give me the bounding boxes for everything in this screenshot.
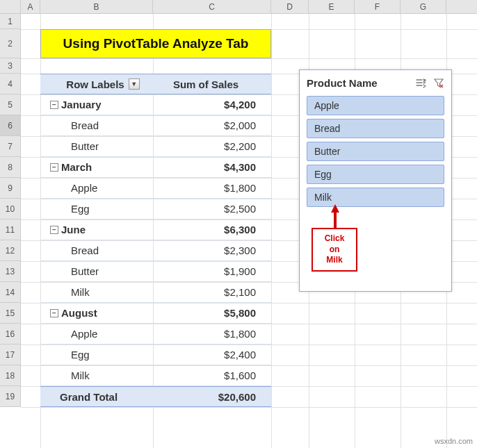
row-header-19[interactable]: 19 xyxy=(0,386,21,407)
row-labels-filter-dropdown[interactable]: ▼ xyxy=(129,78,140,90)
group-total: $4,200 xyxy=(152,99,270,110)
row-header-8[interactable]: 8 xyxy=(0,157,21,178)
row-header-11[interactable]: 11 xyxy=(0,219,21,240)
select-all-corner[interactable] xyxy=(0,0,21,13)
item-value: $2,000 xyxy=(152,119,270,131)
row-header-1[interactable]: 1 xyxy=(0,14,21,29)
pivot-table[interactable]: Row Labels ▼ Sum of Sales −January $4,20… xyxy=(40,74,271,407)
group-label: August xyxy=(61,307,97,319)
item-value: $2,100 xyxy=(152,286,270,298)
watermark: wsxdn.com xyxy=(435,437,473,445)
item-value: $2,300 xyxy=(152,244,270,256)
pivot-row-labels-header: Row Labels xyxy=(66,78,124,90)
slicer-item-apple[interactable]: Apple xyxy=(307,96,444,115)
row-header-16[interactable]: 16 xyxy=(0,324,21,345)
slicer-title: Product Name xyxy=(307,77,378,89)
group-label: January xyxy=(61,99,102,110)
col-header-c[interactable]: C xyxy=(153,0,271,13)
pivot-item[interactable]: Apple $1,800 xyxy=(40,324,271,345)
row-header-9[interactable]: 9 xyxy=(0,178,21,199)
item-label: Milk xyxy=(40,286,152,298)
spreadsheet-grid: A B C D E F G 1 2 3 4 5 6 7 8 9 10 11 12… xyxy=(0,0,477,448)
title-cell[interactable]: Using PivotTable Analyze Tab xyxy=(40,29,271,58)
clear-filter-icon[interactable] xyxy=(433,78,444,89)
pivot-item[interactable]: Egg $2,400 xyxy=(40,345,271,365)
pivot-item[interactable]: Bread $2,300 xyxy=(40,240,271,261)
item-value: $1,600 xyxy=(152,370,270,381)
item-label: Bread xyxy=(40,119,152,131)
item-label: Egg xyxy=(40,203,152,215)
pivot-item[interactable]: Bread $2,000 xyxy=(40,115,271,136)
group-label: June xyxy=(61,224,86,235)
row-header-5[interactable]: 5 xyxy=(0,94,21,115)
collapse-icon[interactable]: − xyxy=(50,163,58,172)
pivot-item[interactable]: Butter $2,200 xyxy=(40,136,271,157)
row-header-18[interactable]: 18 xyxy=(0,365,21,386)
grand-total-label: Grand Total xyxy=(40,391,152,403)
pivot-item[interactable]: Butter $1,900 xyxy=(40,261,271,282)
item-value: $2,200 xyxy=(152,140,270,152)
item-label: Apple xyxy=(40,182,152,194)
item-value: $2,400 xyxy=(152,349,270,360)
row-header-6[interactable]: 6 xyxy=(0,115,21,136)
row-header-4[interactable]: 4 xyxy=(0,74,21,94)
slicer-item-egg[interactable]: Egg xyxy=(307,165,444,184)
item-value: $2,500 xyxy=(152,203,270,215)
group-label: March xyxy=(61,161,92,173)
arrow-icon xyxy=(328,204,342,228)
group-total: $5,800 xyxy=(152,307,270,319)
collapse-icon[interactable]: − xyxy=(50,309,58,317)
row-headers: 1 2 3 4 5 6 7 8 9 10 11 12 13 14 15 16 1… xyxy=(0,14,21,407)
pivot-item[interactable]: Egg $2,500 xyxy=(40,199,271,219)
collapse-icon[interactable]: − xyxy=(50,226,58,234)
pivot-item[interactable]: Milk $1,600 xyxy=(40,365,271,386)
callout-line1: Click on xyxy=(318,233,350,255)
col-header-g[interactable]: G xyxy=(401,0,446,13)
item-value: $1,800 xyxy=(152,182,270,194)
callout-line2: Milk xyxy=(318,255,350,266)
callout-box: Click on Milk xyxy=(312,228,357,272)
pivot-group-august[interactable]: −August $5,800 xyxy=(40,303,271,324)
row-header-13[interactable]: 13 xyxy=(0,261,21,282)
slicer-item-butter[interactable]: Butter xyxy=(307,142,444,161)
item-label: Apple xyxy=(40,328,152,340)
item-label: Butter xyxy=(40,140,152,152)
col-header-b[interactable]: B xyxy=(40,0,153,13)
item-value: $1,800 xyxy=(152,328,270,340)
item-label: Milk xyxy=(40,370,152,381)
row-header-14[interactable]: 14 xyxy=(0,282,21,303)
row-header-17[interactable]: 17 xyxy=(0,345,21,365)
pivot-item[interactable]: Apple $1,800 xyxy=(40,178,271,199)
row-header-12[interactable]: 12 xyxy=(0,240,21,261)
col-header-d[interactable]: D xyxy=(271,0,309,13)
group-total: $6,300 xyxy=(152,224,270,235)
col-header-f[interactable]: F xyxy=(355,0,401,13)
row-header-15[interactable]: 15 xyxy=(0,303,21,324)
item-label: Butter xyxy=(40,265,152,277)
group-total: $4,300 xyxy=(152,161,270,173)
row-header-2[interactable]: 2 xyxy=(0,29,21,58)
column-headers: A B C D E F G xyxy=(0,0,477,14)
pivot-group-january[interactable]: −January $4,200 xyxy=(40,94,271,115)
item-value: $1,900 xyxy=(152,265,270,277)
row-header-3[interactable]: 3 xyxy=(0,58,21,74)
slicer-item-bread[interactable]: Bread xyxy=(307,119,444,138)
pivot-grand-total[interactable]: Grand Total $20,600 xyxy=(40,386,271,407)
slicer-header: Product Name xyxy=(307,77,444,89)
col-header-a[interactable]: A xyxy=(21,0,40,13)
pivot-group-march[interactable]: −March $4,300 xyxy=(40,157,271,178)
grand-total-value: $20,600 xyxy=(152,391,270,403)
multi-select-icon[interactable] xyxy=(415,78,426,89)
pivot-values-header: Sum of Sales xyxy=(152,78,270,90)
page-title: Using PivotTable Analyze Tab xyxy=(63,36,249,51)
collapse-icon[interactable]: − xyxy=(50,101,58,109)
slicer-item-milk[interactable]: Milk xyxy=(307,188,444,207)
item-label: Egg xyxy=(40,349,152,360)
pivot-group-june[interactable]: −June $6,300 xyxy=(40,219,271,240)
row-header-7[interactable]: 7 xyxy=(0,136,21,157)
pivot-item[interactable]: Milk $2,100 xyxy=(40,282,271,303)
pivot-header-row: Row Labels ▼ Sum of Sales xyxy=(40,74,271,94)
row-header-10[interactable]: 10 xyxy=(0,199,21,219)
col-header-e[interactable]: E xyxy=(309,0,355,13)
item-label: Bread xyxy=(40,244,152,256)
